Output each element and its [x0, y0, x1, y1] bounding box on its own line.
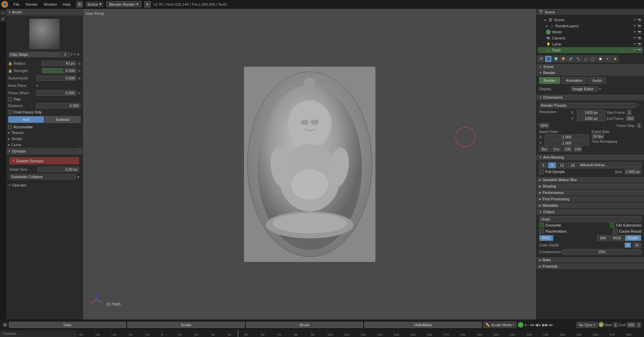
- plane-offset-value[interactable]: 0.000: [36, 90, 76, 96]
- scene-selector[interactable]: Scene ▾: [86, 1, 103, 7]
- tab-constraints[interactable]: 🔗: [567, 56, 574, 62]
- frame-rate-input[interactable]: 24 fps: [592, 134, 605, 139]
- frame-step-input[interactable]: 1: [637, 123, 641, 128]
- trim-checkbox[interactable]: [8, 97, 12, 101]
- subdivide-dropdown[interactable]: ▾: [78, 175, 79, 179]
- world-eye-icon[interactable]: 👁: [633, 30, 636, 34]
- subdivide-collapse-label[interactable]: Subdivide Collapse: [9, 174, 76, 179]
- cache-result-checkbox[interactable]: [613, 229, 618, 234]
- bw-btn[interactable]: BW: [597, 235, 609, 241]
- window-menu[interactable]: Window: [41, 2, 60, 7]
- minus-icon[interactable]: -: [527, 322, 529, 328]
- detail-size-value[interactable]: 5.00 px: [38, 167, 79, 172]
- play-fwd-btn[interactable]: ▶▶: [542, 323, 548, 327]
- rp-output-header[interactable]: ▼ Output: [536, 209, 644, 215]
- audio-button[interactable]: Audio: [588, 77, 606, 84]
- end-frame-input[interactable]: 250: [626, 116, 635, 121]
- render-icon[interactable]: ●: [144, 1, 151, 8]
- play-btn[interactable]: ▶: [539, 323, 542, 327]
- scene-expand-arrow[interactable]: ▶: [545, 19, 547, 22]
- rp-render-header[interactable]: ▼ Render: [536, 70, 644, 76]
- scene-render-icon[interactable]: 📷: [638, 18, 641, 22]
- png-btn[interactable]: PNG: [539, 235, 553, 241]
- brush-name-input[interactable]: [9, 52, 60, 57]
- rl-eye-icon[interactable]: 👁: [633, 24, 636, 28]
- play-back-btn[interactable]: ◀: [535, 323, 538, 327]
- brush-add-icon[interactable]: +: [73, 52, 76, 57]
- aspect-x-input[interactable]: 1.000: [545, 134, 589, 140]
- aspect-y-input[interactable]: 1.000: [545, 140, 589, 146]
- res-percent[interactable]: 50%: [539, 123, 549, 128]
- lamp-render-icon[interactable]: 📷: [638, 42, 641, 46]
- test1-eye-icon[interactable]: 👁: [633, 48, 636, 52]
- rp-dimensions-header[interactable]: ▼ Dimensions: [536, 94, 644, 100]
- tab-texture[interactable]: 🔲: [597, 56, 604, 62]
- brush-btn[interactable]: Brush: [246, 322, 363, 328]
- aa-filter-value[interactable]: Mitchell-Netrav...: [579, 162, 641, 168]
- front-faces-checkbox[interactable]: [8, 110, 12, 114]
- bor-btn[interactable]: Bor: [539, 146, 550, 152]
- render-menu[interactable]: Render: [23, 2, 40, 7]
- render-button[interactable]: Render: [539, 77, 560, 84]
- tab-render[interactable]: 🎬: [538, 56, 544, 62]
- file-ext-checkbox[interactable]: ✓: [610, 223, 615, 228]
- rp-motion-blur-header[interactable]: ▶ Sampled Motion Blur: [536, 177, 644, 183]
- start-frame-input[interactable]: 1: [627, 110, 632, 115]
- test1-render-icon[interactable]: 📷: [638, 48, 641, 52]
- bor-val1[interactable]: 100: [563, 146, 572, 152]
- sync-selector[interactable]: No Sync ▾: [576, 322, 598, 328]
- plus-icon[interactable]: +: [524, 322, 527, 328]
- jump-end-btn[interactable]: ⏭: [549, 323, 553, 327]
- res-y-input[interactable]: 1080 px: [577, 116, 606, 121]
- subtract-button[interactable]: Subtract: [45, 116, 81, 123]
- cro-btn[interactable]: Cro: [551, 146, 562, 152]
- tools-icon[interactable]: T: [0, 10, 6, 15]
- cd-8-btn[interactable]: 8: [624, 242, 631, 248]
- strength-value[interactable]: 0.500: [42, 68, 76, 73]
- area-plane-dropdown[interactable]: ▾: [36, 84, 38, 88]
- mode-selector[interactable]: ✏️ Sculpt Mode ▾: [483, 322, 517, 328]
- start-tb-input[interactable]: 1: [613, 322, 618, 328]
- add-button[interactable]: Add: [8, 116, 44, 123]
- render-engine-selector[interactable]: Blender Render ▾: [106, 1, 142, 7]
- rp-aa-header[interactable]: ▼ Anti-Aliasing: [536, 154, 644, 160]
- tab-scene[interactable]: 🎥: [545, 56, 552, 62]
- res-x-input[interactable]: 1920 px: [577, 110, 606, 115]
- accumulate-checkbox[interactable]: [8, 125, 12, 129]
- tab-physics[interactable]: ⚡: [612, 56, 618, 62]
- bor-val2[interactable]: 100: [573, 146, 582, 152]
- layout-icon[interactable]: ⊞: [76, 1, 83, 8]
- aa-16-btn[interactable]: 16: [568, 162, 578, 168]
- distance-value[interactable]: 0.500: [36, 103, 81, 108]
- file-menu[interactable]: File: [11, 2, 22, 7]
- tab-modifiers[interactable]: 🔧: [575, 56, 581, 62]
- rp-metadata-header[interactable]: ▶ Metadata: [536, 202, 644, 208]
- camera-render-icon[interactable]: 📷: [638, 36, 641, 40]
- autosmooth-value[interactable]: 0.000: [36, 75, 76, 81]
- rp-scene-header[interactable]: ▼ Scene: [536, 64, 644, 70]
- rp-performance-header[interactable]: ▶ Performance: [536, 190, 644, 196]
- disable-dyntopo-button[interactable]: ✕ Disable Dyntopo: [9, 157, 79, 164]
- stroke-section[interactable]: ▶ Stroke —: [6, 136, 83, 142]
- record-icon[interactable]: ●: [599, 322, 604, 327]
- compression-value[interactable]: 15%: [562, 249, 641, 255]
- aa-5-btn[interactable]: 5: [539, 162, 547, 168]
- presets-add[interactable]: +: [637, 104, 639, 107]
- output-path-input[interactable]: [539, 216, 641, 222]
- options-icon[interactable]: N: [0, 16, 6, 22]
- timeline-playhead[interactable]: [238, 330, 238, 337]
- texture-section[interactable]: ▶ Texture —: [6, 130, 83, 136]
- rp-freestyle-header[interactable]: ▶ Freestyle: [536, 263, 644, 269]
- timeline-bar[interactable]: -50 -40 -30 -20 -10 0 10 20 30 40 50 60 …: [77, 330, 644, 337]
- tab-object[interactable]: 📦: [560, 56, 566, 62]
- rgb-btn[interactable]: RGB: [610, 235, 624, 241]
- brush-section-header[interactable]: ▼ Brush: [6, 9, 83, 15]
- size-value[interactable]: 1.000 px: [624, 169, 641, 174]
- rl-camera-icon[interactable]: 📷: [638, 24, 641, 28]
- rp-bake-header[interactable]: ▶ Bake: [536, 257, 644, 263]
- tab-data[interactable]: △: [582, 56, 589, 62]
- radius-value[interactable]: 43 px: [42, 61, 76, 66]
- cd-16-btn[interactable]: 16: [633, 242, 641, 248]
- brush-remove-icon[interactable]: ✕: [76, 52, 80, 57]
- hide-mask-btn[interactable]: Hide/Mask: [364, 322, 482, 328]
